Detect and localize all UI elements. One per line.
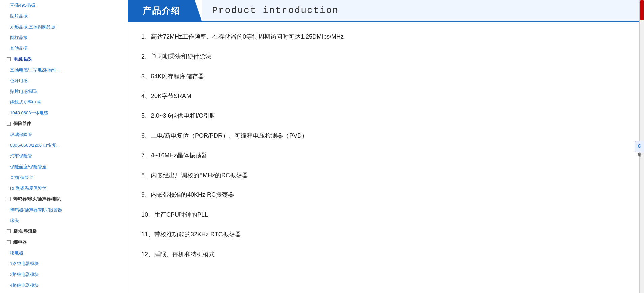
- sidebar-item-sehuan[interactable]: 色环电感: [0, 75, 128, 86]
- category-label: 桥堆/整流桥: [13, 228, 37, 234]
- category-checkbox[interactable]: [7, 229, 11, 233]
- sidebar-item-raoxi[interactable]: 绕线式功率电感: [0, 97, 128, 108]
- feature-item-9: 9、内嵌带校准的40KHz RC振荡器: [141, 190, 626, 200]
- category-label: 蜂鸣器/咪头/扬声器/喇叭: [13, 196, 61, 202]
- note-icon: C: [638, 143, 641, 149]
- sidebar-item-zhibo-diangan[interactable]: 直插电感/工字电感/插件...: [0, 65, 128, 75]
- sidebar-item-boli[interactable]: 玻璃保险管: [0, 129, 128, 140]
- header-blue-block: 产品介绍: [128, 0, 202, 22]
- sidebar-item-zhibobx[interactable]: 直插 保险丝: [0, 172, 128, 183]
- header-chinese-title: 产品介绍: [143, 5, 180, 17]
- sidebar-item-zhibo49s[interactable]: 直插49S晶振: [0, 0, 128, 11]
- sidebar-item-1lu[interactable]: 1路继电器模块: [0, 258, 128, 269]
- scrollbar-thumb[interactable]: [640, 0, 644, 20]
- header-english-title: Product introduction: [212, 5, 339, 16]
- feature-item-3: 3、64K闪存程序储存器: [141, 72, 626, 81]
- category-checkbox[interactable]: [7, 240, 11, 244]
- note-button[interactable]: C 笔记: [635, 141, 644, 152]
- header-title-area: Product introduction: [202, 0, 639, 22]
- sidebar-item-0805[interactable]: 0805/0603/1206 自恢复...: [0, 140, 128, 151]
- sidebar-category-jidianqi[interactable]: 继电器: [0, 237, 128, 248]
- sidebar-item-fangxing[interactable]: 方形晶振,直插四脚晶振: [0, 22, 128, 32]
- category-checkbox[interactable]: [7, 57, 11, 61]
- sidebar-item-rf[interactable]: RF陶瓷温度保险丝: [0, 183, 128, 194]
- feature-item-7: 7、4~16MHz晶体振荡器: [141, 151, 626, 160]
- sidebar-item-pjingzhen[interactable]: 贴片晶振: [0, 11, 128, 22]
- feature-item-1: 1、高达72MHz工作频率、在存储器的0等待周期访问时可达1.25DMips/M…: [141, 32, 626, 42]
- sidebar-item-pjdiangan[interactable]: 贴片电感/磁珠: [0, 86, 128, 97]
- category-checkbox[interactable]: [7, 122, 11, 126]
- sidebar-category-fengming[interactable]: 蜂鸣器/咪头/扬声器/喇叭: [0, 194, 128, 205]
- feature-item-12: 12、睡眠、停机和待机模式: [141, 250, 626, 259]
- sidebar-item-jidianqi2[interactable]: 继电器: [0, 248, 128, 258]
- feature-item-4: 4、20K字节SRAM: [141, 91, 626, 101]
- product-header: 产品介绍 Product introduction: [128, 0, 639, 22]
- feature-item-6: 6、上电/断电复位（POR/PDR）、可编程电压检测器（PVD）: [141, 131, 626, 141]
- feature-item-11: 11、带校准功能的32KHz RTC振荡器: [141, 230, 626, 240]
- sidebar-item-2lu[interactable]: 2路继电器模块: [0, 269, 128, 280]
- sidebar-item-yuanzhu[interactable]: 圆柱晶振: [0, 32, 128, 43]
- sidebar-item-4lu[interactable]: 4路继电器模块: [0, 280, 128, 291]
- category-label: 继电器: [13, 239, 27, 245]
- feature-item-8: 8、内嵌经出厂调校的8MHz的RC振荡器: [141, 171, 626, 180]
- sidebar-item-qita[interactable]: 其他晶振: [0, 43, 128, 54]
- sidebar-item-qiche[interactable]: 汽车保险管: [0, 151, 128, 161]
- sidebar: 直插49S晶振贴片晶振方形晶振,直插四脚晶振圆柱晶振其他晶振电感/磁珠直插电感/…: [0, 0, 128, 293]
- main-content: 产品介绍 Product introduction 1、高达72MHz工作频率、…: [128, 0, 639, 293]
- sidebar-category-qiaodian[interactable]: 桥堆/整流桥: [0, 226, 128, 237]
- category-label: 保险器件: [13, 121, 31, 127]
- sidebar-item-1040[interactable]: 1040 0603一体电感: [0, 108, 128, 118]
- sidebar-category-diangan[interactable]: 电感/磁珠: [0, 54, 128, 65]
- category-label: 电感/磁珠: [13, 56, 32, 62]
- sidebar-item-mitou[interactable]: 咪头: [0, 215, 128, 226]
- sidebar-item-fengmingqi[interactable]: 蜂鸣器/扬声器/喇叭/报警器: [0, 205, 128, 215]
- feature-item-5: 5、2.0~3.6伏供电和I/O引脚: [141, 111, 626, 121]
- feature-item-2: 2、单周期乘法和硬件除法: [141, 52, 626, 62]
- category-checkbox[interactable]: [7, 197, 11, 201]
- sidebar-item-baoxianzuo[interactable]: 保险丝座/保险管座: [0, 161, 128, 172]
- sidebar-category-baoxian[interactable]: 保险器件: [0, 118, 128, 129]
- feature-item-10: 10、生产CPU时钟的PLL: [141, 210, 626, 220]
- features-area: 1、高达72MHz工作频率、在存储器的0等待周期访问时可达1.25DMips/M…: [128, 29, 639, 283]
